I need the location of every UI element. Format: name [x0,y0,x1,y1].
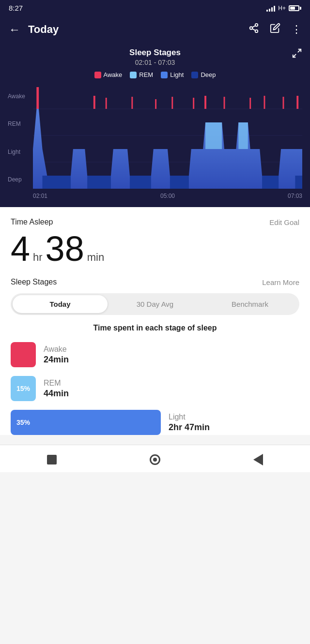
back-button[interactable]: ← [9,23,20,36]
stage-name-light: Light [169,413,210,421]
y-label-awake: Awake [8,82,33,110]
status-time: 8:27 [9,4,23,12]
expand-icon[interactable] [292,48,302,61]
hours-value: 4 [11,231,30,266]
stage-name-rem: REM [44,379,69,388]
nav-stop-button[interactable] [45,453,59,466]
hours-unit: hr [33,251,43,264]
stage-color-awake [11,342,36,367]
time-asleep-row: Time Asleep Edit Goal [11,218,299,226]
stage-color-rem: 15% [11,376,36,401]
legend-rem: REM [130,71,153,78]
time-asleep-label: Time Asleep [11,218,53,226]
chart-section: Sleep Stages 02:01 - 07:03 Awake REM Lig… [0,43,310,207]
more-options-icon[interactable]: ⋮ [291,23,301,36]
y-label-deep: Deep [8,166,33,194]
minutes-unit: min [87,251,104,264]
status-icons: H+ [266,5,301,12]
edit-icon[interactable] [270,23,280,36]
chart-y-labels: Awake REM Light Deep [8,82,33,194]
svg-line-4 [252,26,255,28]
stage-info-awake: Awake 24min [44,345,69,365]
svg-line-5 [298,49,301,52]
header: ← Today ⋮ [0,16,310,43]
time-spent-label: Time spent in each stage of sleep [11,324,299,332]
nav-home-button[interactable] [148,453,162,466]
sleep-stages-row: Sleep Stages Learn More [11,278,299,286]
stage-time-awake: 24min [44,355,69,365]
tab-30day[interactable]: 30 Day Avg [108,295,202,313]
bottom-nav [0,445,310,472]
page-title: Today [28,23,241,36]
header-actions: ⋮ [248,23,301,36]
sleep-chart: Awake REM Light Deep [8,82,302,207]
chart-legend: Awake REM Light Deep [8,71,302,78]
stop-icon [47,455,57,464]
rem-percent: 15% [16,385,30,392]
signal-bars [266,5,275,12]
chart-title-row: Sleep Stages 02:01 - 07:03 [8,48,302,66]
svg-line-6 [293,54,296,57]
y-label-rem: REM [8,110,33,138]
y-label-light: Light [8,138,33,166]
legend-deep: Deep [191,71,216,78]
share-icon[interactable] [248,23,259,36]
stage-info-light: Light 2hr 47min [169,413,210,433]
nav-back-button[interactable] [251,453,265,466]
stage-color-light: 35% [11,410,161,435]
learn-more-button[interactable]: Learn More [262,278,299,286]
main-content: Time Asleep Edit Goal 4 hr 38 min Sleep … [0,207,310,435]
legend-awake: Awake [94,71,123,78]
time-display: 4 hr 38 min [11,231,299,266]
chart-title: Sleep Stages 02:01 - 07:03 [129,48,181,66]
stage-item-awake: Awake 24min [11,342,299,367]
chart-svg-area [33,82,302,191]
tab-today[interactable]: Today [13,295,108,313]
legend-light: Light [161,71,184,78]
tabs-container: Today 30 Day Avg Benchmark [11,293,299,315]
minutes-value: 38 [46,231,84,266]
tab-benchmark[interactable]: Benchmark [202,295,297,313]
stage-item-rem: 15% REM 44min [11,376,299,401]
stage-item-light: 35% Light 2hr 47min [11,410,299,435]
svg-line-3 [252,29,255,30]
stage-info-rem: REM 44min [44,379,69,399]
network-type: H+ [278,5,286,12]
sleep-stages-label: Sleep Stages [11,278,57,286]
status-bar: 8:27 H+ [0,0,310,16]
stage-name-awake: Awake [44,345,69,354]
sleep-chart-svg [33,82,302,189]
back-icon [253,454,263,465]
light-percent: 35% [16,419,30,426]
stage-time-light: 2hr 47min [169,422,210,433]
chart-x-labels: 02:01 05:00 07:03 [33,191,302,204]
battery-icon [289,5,301,11]
edit-goal-button[interactable]: Edit Goal [269,218,299,226]
stage-time-rem: 44min [44,389,69,399]
home-icon [150,454,160,465]
